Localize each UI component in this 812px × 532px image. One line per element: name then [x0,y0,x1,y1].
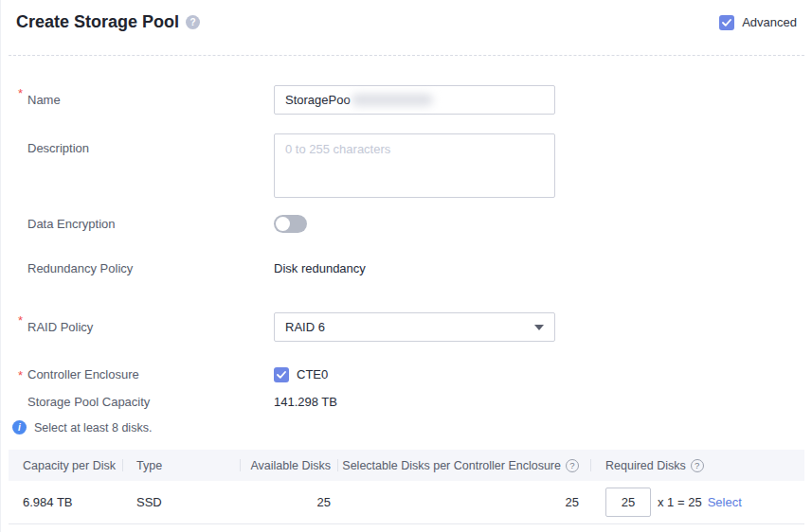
cell-available-disks: 25 [241,481,338,523]
required-asterisk: * [18,86,23,101]
description-textarea[interactable] [274,133,555,198]
raid-policy-value: RAID 6 [285,320,325,334]
check-icon [722,19,731,27]
title-bar: Create Storage Pool ? Advanced [1,0,812,32]
disk-table-header: Capacity per Disk Type Available Disks S… [9,450,804,481]
notice-text: Select at least 8 disks. [34,421,152,434]
required-disks-input[interactable] [605,488,651,517]
col-required-disks: Required Disks ? [591,450,804,481]
storage-pool-capacity-row: Storage Pool Capacity 141.298 TB [18,395,812,410]
advanced-label: Advanced [742,15,797,29]
disk-selection-notice: i Select at least 8 disks. [1,420,812,434]
multiplier-text: x 1 = 25 [658,495,702,509]
cell-type: SSD [123,481,241,523]
cell-required-disks: x 1 = 25 Select [591,481,804,523]
storage-pool-capacity-label: Storage Pool Capacity [18,395,274,410]
advanced-checkbox[interactable] [719,15,734,30]
toggle-knob [276,217,290,231]
redundancy-policy-row: Redundancy Policy Disk redundancy [18,261,812,276]
check-icon [277,371,286,379]
col-selectable-disks: Selectable Disks per Controller Enclosur… [338,450,591,481]
name-label: * Name [18,85,274,108]
name-row: * Name [18,85,812,115]
required-asterisk: * [18,313,23,328]
description-row: Description [18,133,812,198]
data-encryption-toggle[interactable] [274,215,307,233]
chevron-down-icon [534,325,544,330]
raid-policy-label: * RAID Policy [18,312,274,335]
storage-pool-form: * Name Description Data Encryption [1,85,812,410]
storage-pool-capacity-value: 141.298 TB [274,395,337,410]
cell-selectable-disks: 25 [338,481,591,523]
raid-policy-row: * RAID Policy RAID 6 [18,312,812,342]
controller-enclosure-label: * Controller Enclosure [18,367,274,382]
help-icon[interactable]: ? [691,459,704,472]
cte0-label: CTE0 [297,367,328,382]
data-encryption-row: Data Encryption [18,215,812,233]
cte0-checkbox[interactable] [274,367,289,382]
disk-table: Capacity per Disk Type Available Disks S… [9,450,804,524]
col-available-disks: Available Disks [241,450,338,481]
name-input[interactable] [274,85,555,115]
help-icon[interactable]: ? [186,15,200,29]
description-label: Description [18,133,274,156]
required-asterisk: * [18,368,23,383]
help-icon[interactable]: ? [566,459,579,472]
data-encryption-label: Data Encryption [18,215,274,232]
redundancy-policy-label: Redundancy Policy [18,261,274,276]
raid-policy-select[interactable]: RAID 6 [274,312,555,342]
cell-capacity-per-disk: 6.984 TB [9,481,123,523]
page-title: Create Storage Pool [16,12,179,32]
title-divider [9,55,804,56]
create-storage-pool-dialog: Create Storage Pool ? Advanced * Name De… [0,0,812,532]
col-type: Type [123,450,241,481]
select-disks-link[interactable]: Select [708,495,742,509]
info-icon: i [12,420,27,434]
table-row: 6.984 TB SSD 25 25 x 1 = 25 Select [9,481,804,524]
col-capacity-per-disk: Capacity per Disk [9,450,123,481]
controller-enclosure-row: * Controller Enclosure CTE0 [18,367,812,382]
redundancy-policy-value: Disk redundancy [274,261,366,276]
